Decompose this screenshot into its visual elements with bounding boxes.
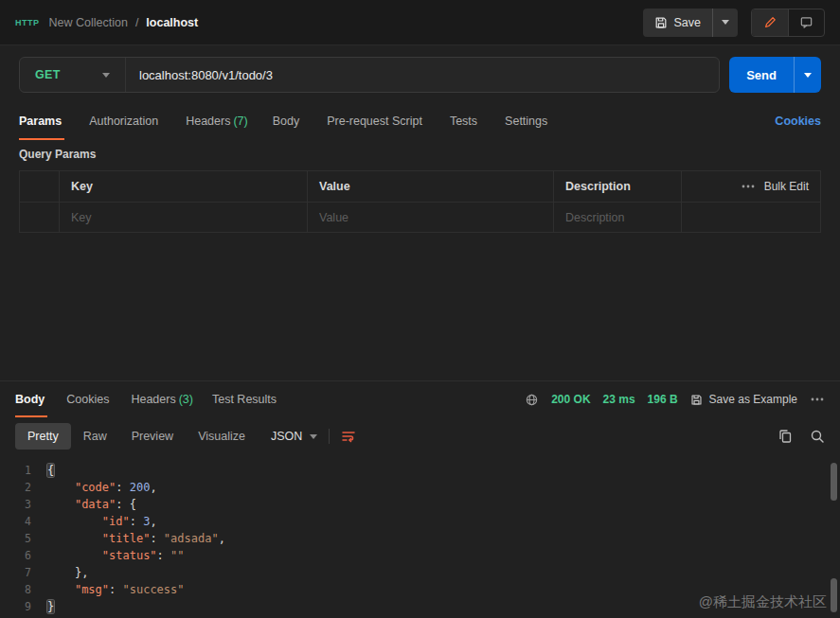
tab-label: Tests bbox=[450, 115, 477, 128]
view-mode-preview[interactable]: Preview bbox=[119, 423, 186, 450]
code-line: 3 "data": { bbox=[0, 496, 840, 513]
save-button-label: Save bbox=[674, 16, 702, 29]
send-button-label: Send bbox=[746, 68, 777, 82]
pencil-icon bbox=[763, 16, 777, 29]
response-body-viewer[interactable]: 1{2 "code": 200,3 "data": {4 "id": 3,5 "… bbox=[0, 455, 840, 618]
top-actions: Save bbox=[643, 9, 826, 37]
response-size[interactable]: 196 B bbox=[648, 393, 678, 406]
send-button-group: Send bbox=[729, 57, 821, 93]
send-options-button[interactable] bbox=[794, 57, 821, 93]
view-mode-raw[interactable]: Raw bbox=[71, 423, 119, 450]
column-header-description: Description bbox=[554, 171, 682, 202]
line-number: 1 bbox=[0, 462, 47, 479]
view-mode-visualize[interactable]: Visualize bbox=[186, 423, 258, 450]
wrap-text-icon[interactable] bbox=[341, 429, 356, 444]
tab-authorization[interactable]: Authorization bbox=[89, 102, 161, 140]
http-request-icon: HTTP bbox=[15, 18, 40, 27]
line-number: 8 bbox=[0, 581, 47, 598]
edit-request-button[interactable] bbox=[752, 9, 788, 36]
response-tab-body[interactable]: Body bbox=[15, 381, 47, 417]
scrollbar-thumb[interactable] bbox=[831, 578, 837, 612]
code-line: 8 "msg": "success" bbox=[0, 581, 840, 598]
line-number: 4 bbox=[0, 513, 47, 530]
query-params-title: Query Params bbox=[0, 140, 840, 168]
tab-label: Test Results bbox=[212, 393, 277, 406]
tab-label: Settings bbox=[505, 115, 547, 128]
params-empty-row bbox=[20, 202, 820, 232]
tab-body[interactable]: Body bbox=[273, 102, 303, 140]
request-url-row: GET Send bbox=[0, 45, 840, 102]
response-pane: Body Cookies Headers(3) Test Results 200… bbox=[0, 380, 840, 618]
status-badge[interactable]: 200 OK bbox=[551, 393, 590, 406]
cookies-link[interactable]: Cookies bbox=[775, 102, 821, 140]
url-box: GET bbox=[19, 57, 720, 93]
tab-headers[interactable]: Headers(7) bbox=[186, 102, 248, 140]
param-value-input[interactable] bbox=[308, 211, 553, 224]
param-key-input[interactable] bbox=[60, 211, 307, 224]
save-button[interactable]: Save bbox=[643, 9, 713, 37]
response-tab-headers[interactable]: Headers(3) bbox=[131, 381, 193, 417]
code-line: 5 "title": "adsada", bbox=[0, 530, 840, 547]
tab-label: Params bbox=[19, 115, 62, 128]
response-tab-cookies[interactable]: Cookies bbox=[66, 381, 112, 417]
params-header-row: Key Value Description Bulk Edit bbox=[20, 171, 820, 202]
chevron-down-icon bbox=[804, 73, 812, 78]
tab-label: Headers bbox=[131, 393, 175, 406]
code-line: 9} bbox=[0, 598, 840, 615]
request-meta-buttons bbox=[751, 9, 825, 37]
line-number: 3 bbox=[0, 496, 47, 513]
send-button[interactable]: Send bbox=[729, 57, 794, 93]
line-number: 9 bbox=[0, 598, 47, 615]
tab-label: Body bbox=[273, 115, 300, 128]
tab-label: Authorization bbox=[89, 115, 158, 128]
code-text: "status": "" bbox=[47, 547, 185, 564]
request-response-splitter[interactable] bbox=[0, 233, 840, 380]
tab-count: (7) bbox=[233, 115, 247, 128]
response-actions bbox=[777, 429, 825, 444]
code-text: "code": 200, bbox=[47, 479, 157, 496]
code-text: "msg": "success" bbox=[47, 581, 185, 598]
response-more-options-icon[interactable] bbox=[810, 392, 825, 407]
tab-params[interactable]: Params bbox=[19, 102, 64, 140]
format-dropdown[interactable]: JSON bbox=[271, 430, 317, 443]
param-row-actions bbox=[682, 203, 820, 232]
breadcrumb-request-name[interactable]: localhost bbox=[146, 16, 198, 29]
response-tab-test-results[interactable]: Test Results bbox=[212, 381, 279, 417]
breadcrumb: HTTP New Collection / localhost bbox=[15, 16, 198, 29]
search-icon[interactable] bbox=[810, 429, 825, 444]
postman-window: HTTP New Collection / localhost Save bbox=[0, 0, 840, 618]
response-time[interactable]: 23 ms bbox=[603, 393, 635, 406]
network-globe-icon[interactable] bbox=[525, 393, 539, 407]
bulk-edit-button[interactable]: Bulk Edit bbox=[764, 180, 809, 193]
copy-icon[interactable] bbox=[777, 429, 793, 444]
save-button-group: Save bbox=[643, 9, 739, 37]
tab-pre-request-script[interactable]: Pre-request Script bbox=[327, 102, 425, 140]
request-tabs: Params Authorization Headers(7) Body Pre… bbox=[0, 102, 840, 140]
tab-tests[interactable]: Tests bbox=[450, 102, 480, 140]
code-text: "title": "adsada", bbox=[47, 530, 225, 547]
param-description-input[interactable] bbox=[554, 211, 681, 224]
line-number: 7 bbox=[0, 564, 47, 581]
more-options-icon[interactable] bbox=[741, 179, 756, 194]
save-as-example-button[interactable]: Save as Example bbox=[690, 393, 797, 406]
chevron-down-icon bbox=[102, 73, 110, 78]
column-header-value: Value bbox=[308, 171, 554, 202]
save-options-button[interactable] bbox=[712, 9, 738, 37]
tab-settings[interactable]: Settings bbox=[505, 102, 550, 140]
line-number: 2 bbox=[0, 479, 47, 496]
url-input[interactable] bbox=[126, 58, 719, 92]
line-number: 5 bbox=[0, 530, 47, 547]
code-lines: 1{2 "code": 200,3 "data": {4 "id": 3,5 "… bbox=[0, 462, 840, 615]
method-dropdown[interactable]: GET bbox=[20, 58, 126, 92]
breadcrumb-separator: / bbox=[135, 16, 138, 29]
comments-button[interactable] bbox=[788, 9, 824, 36]
code-text: } bbox=[47, 598, 54, 615]
line-number: 6 bbox=[0, 547, 47, 564]
code-line: 2 "code": 200, bbox=[0, 479, 840, 496]
row-handle-column bbox=[20, 171, 60, 202]
view-mode-pretty[interactable]: Pretty bbox=[15, 423, 71, 450]
breadcrumb-collection[interactable]: New Collection bbox=[49, 16, 128, 29]
toolbar-divider bbox=[329, 429, 330, 444]
scrollbar-thumb[interactable] bbox=[831, 463, 837, 501]
tab-count: (3) bbox=[179, 393, 193, 406]
